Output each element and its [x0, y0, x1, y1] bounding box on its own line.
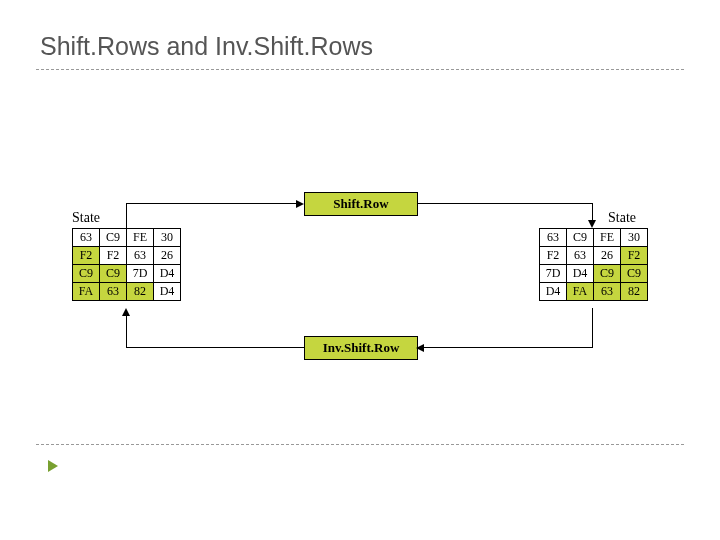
page-title: Shift.Rows and Inv.Shift.Rows — [0, 0, 720, 69]
arrow-line — [424, 347, 593, 348]
cell: C9 — [621, 265, 648, 283]
cell: C9 — [73, 265, 100, 283]
arrow-head-right — [296, 200, 304, 208]
cell: C9 — [594, 265, 621, 283]
cell: D4 — [567, 265, 594, 283]
cell: C9 — [100, 229, 127, 247]
cell: 63 — [127, 247, 154, 265]
invshiftrow-box: Inv.Shift.Row — [304, 336, 418, 360]
cell: 63 — [540, 229, 567, 247]
cell: 7D — [127, 265, 154, 283]
cell: 26 — [154, 247, 181, 265]
cell: 30 — [154, 229, 181, 247]
state-right: 63C9FE30F26326F27DD4C9C9D4FA6382 — [539, 228, 648, 301]
cell: 63 — [73, 229, 100, 247]
arrow-line — [592, 308, 593, 348]
cell: C9 — [100, 265, 127, 283]
cell: F2 — [100, 247, 127, 265]
arrow-line — [126, 204, 127, 228]
state-label-left: State — [72, 210, 100, 226]
cell: FE — [594, 229, 621, 247]
cell: D4 — [154, 283, 181, 301]
divider-bottom — [36, 444, 684, 445]
state-label-right: State — [608, 210, 636, 226]
arrow-line — [592, 204, 593, 220]
cell: FE — [127, 229, 154, 247]
arrow-line — [126, 347, 304, 348]
arrow-line — [126, 203, 296, 204]
arrow-head-left — [416, 344, 424, 352]
cell: FA — [567, 283, 594, 301]
cell: C9 — [567, 229, 594, 247]
divider-top — [36, 69, 684, 70]
slide-marker-icon — [48, 460, 58, 472]
diagram: State State 63C9FE30F2F26326C9C97DD4FA63… — [60, 190, 660, 400]
cell: 7D — [540, 265, 567, 283]
cell: D4 — [540, 283, 567, 301]
cell: F2 — [540, 247, 567, 265]
cell: 82 — [621, 283, 648, 301]
arrow-head-down — [588, 220, 596, 228]
cell: F2 — [73, 247, 100, 265]
cell: 63 — [594, 283, 621, 301]
arrow-head-up — [122, 308, 130, 316]
cell: D4 — [154, 265, 181, 283]
arrow-line — [126, 316, 127, 348]
arrow-line — [417, 203, 593, 204]
cell: 63 — [100, 283, 127, 301]
shiftrow-box: Shift.Row — [304, 192, 418, 216]
cell: 63 — [567, 247, 594, 265]
cell: 26 — [594, 247, 621, 265]
cell: F2 — [621, 247, 648, 265]
state-left: 63C9FE30F2F26326C9C97DD4FA6382D4 — [72, 228, 181, 301]
cell: 82 — [127, 283, 154, 301]
cell: 30 — [621, 229, 648, 247]
cell: FA — [73, 283, 100, 301]
